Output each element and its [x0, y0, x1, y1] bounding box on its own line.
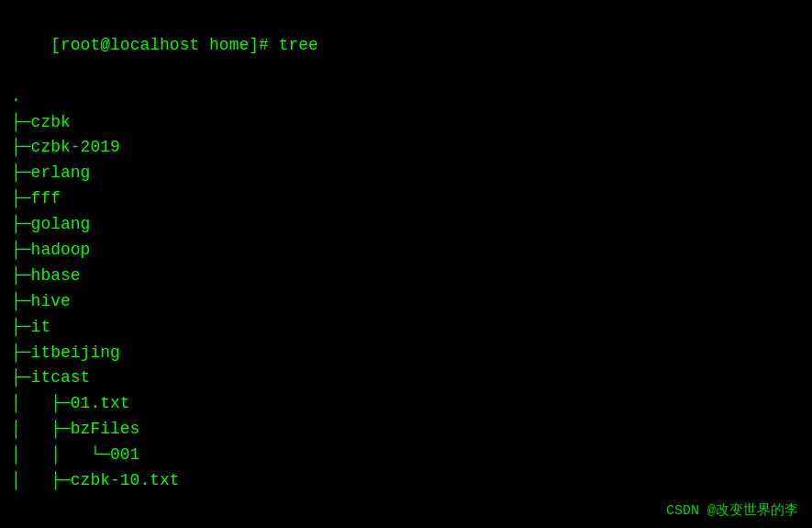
tree-line: ├─czbk-2019: [11, 135, 801, 161]
tree-line: ├─it: [11, 315, 801, 341]
tree-output: .├─czbk├─czbk-2019├─erlang├─fff├─golang├…: [11, 84, 801, 494]
command: tree: [279, 36, 318, 54]
tree-line: ├─golang: [11, 212, 801, 238]
tree-line: ├─erlang: [11, 161, 801, 186]
tree-line: ├─itcast: [11, 365, 801, 391]
tree-line: .: [11, 84, 801, 110]
tree-line: ├─hadoop: [11, 238, 801, 264]
tree-line: │ ├─bzFiles: [11, 417, 801, 443]
tree-line: ├─itbeijing: [11, 341, 801, 366]
tree-line: │ ├─01.txt: [11, 391, 801, 417]
watermark: CSDN @改变世界的李: [666, 501, 798, 519]
tree-line: ├─fff: [11, 186, 801, 212]
prompt-line: [root@localhost home]# tree: [11, 7, 801, 84]
tree-line: ├─hbase: [11, 264, 801, 289]
tree-line: │ │ └─001: [11, 443, 801, 468]
tree-line: │ ├─czbk-10.txt: [11, 468, 801, 494]
terminal-window: [root@localhost home]# tree .├─czbk├─czb…: [11, 7, 801, 494]
tree-line: ├─czbk: [11, 110, 801, 136]
tree-line: ├─hive: [11, 289, 801, 315]
prompt: [root@localhost home]#: [50, 36, 278, 54]
